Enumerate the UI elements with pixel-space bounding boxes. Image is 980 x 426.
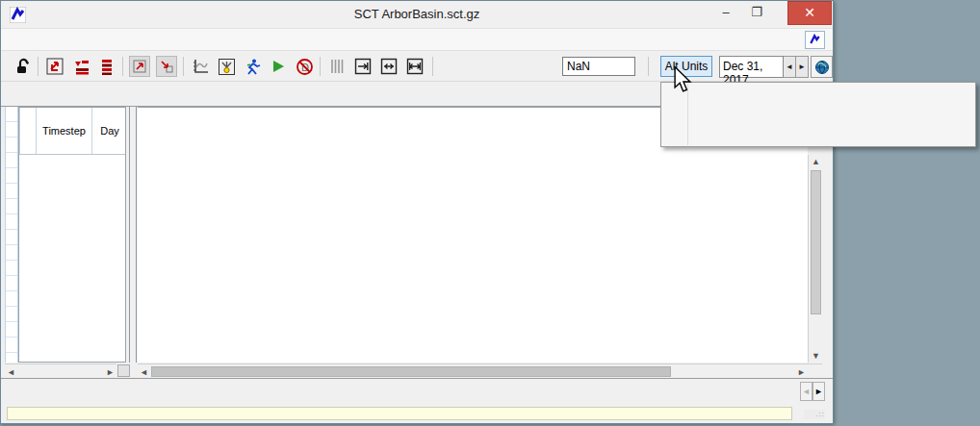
sct-config-button[interactable] (216, 56, 237, 77)
scroll-right-button[interactable]: ► (104, 365, 116, 378)
toolbar-separator (122, 57, 123, 76)
sct-window: SCT ArborBasin.sct.gz – ❐ ✕ (0, 0, 834, 424)
timestep-pane-hscrollbar[interactable]: ◄ ► (5, 363, 116, 378)
toolbar-separator (320, 57, 321, 76)
vertical-scroll-thumb[interactable] (811, 170, 821, 314)
toolbar-separator (38, 57, 39, 76)
expand-icon (132, 59, 147, 74)
aggregation-button[interactable] (70, 56, 91, 77)
status-message-strip (7, 407, 792, 420)
stretch-columns-icon (406, 58, 424, 75)
plot-icon (192, 58, 210, 76)
pane-splitter[interactable] (129, 107, 137, 363)
goto-date-button[interactable] (811, 56, 833, 78)
horizontal-scroll-thumb[interactable] (151, 366, 671, 377)
toolbar: D (1, 51, 833, 82)
mouse-cursor (672, 65, 693, 94)
start-run-icon (271, 59, 286, 74)
day-column-header[interactable]: Day (91, 108, 126, 154)
expand-button[interactable] (129, 56, 150, 77)
object-tabs (5, 378, 802, 405)
toolbar-separator (648, 57, 649, 76)
scrollbar-corner-box[interactable] (117, 364, 130, 377)
scroll-left-button[interactable]: ◄ (138, 365, 150, 378)
aggregation-sort-icon (72, 58, 90, 76)
object-tabbar: ◄ ► (1, 378, 833, 405)
desktop: { "window": { "title": "SCT ArborBasin.s… (0, 0, 980, 426)
window-title: SCT ArborBasin.sct.gz (1, 7, 833, 21)
swap-rows-columns-icon (46, 58, 64, 76)
row-density-button[interactable] (96, 56, 117, 77)
toggle-orientation-button[interactable] (44, 56, 65, 77)
date-control: Dec 31, 2017 ◄ ► (719, 56, 833, 78)
riverware-menubar-button[interactable] (805, 31, 825, 49)
alt-units-menu (660, 82, 976, 147)
pause-run-icon: D (296, 58, 314, 76)
expander-column-header (19, 108, 36, 154)
date-field[interactable]: Dec 31, 2017 (719, 56, 784, 78)
scroll-left-button[interactable]: ◄ (5, 365, 17, 378)
date-next-button[interactable]: ► (796, 56, 809, 78)
resize-grip[interactable]: .:: (804, 410, 825, 419)
timestep-pane: Timestep Day (18, 107, 126, 363)
title-bar[interactable]: SCT ArborBasin.sct.gz – ❐ ✕ (1, 1, 833, 29)
scroll-down-button[interactable]: ▼ (810, 349, 822, 363)
lock-button[interactable] (13, 56, 34, 77)
shrink-button[interactable] (156, 56, 177, 77)
maximize-button[interactable]: ❐ (742, 1, 771, 25)
row-gutter (5, 107, 18, 363)
vertical-scrollbar[interactable]: ▲ ▼ (808, 155, 822, 363)
object-tab-scroll: ◄ ► (800, 382, 825, 401)
sct-config-icon (218, 58, 236, 76)
run-control-icon (244, 58, 262, 76)
timestep-pane-header: Timestep Day (19, 108, 125, 155)
timestep-column-header[interactable]: Timestep (36, 108, 91, 154)
status-bar: .:: (1, 405, 833, 423)
series-slots-table: Timestep Day ▲ ▼ ◄ ► ◄ ► (1, 107, 833, 378)
fit-columns-icon (380, 58, 398, 75)
scroll-up-button[interactable]: ▲ (810, 155, 822, 168)
stretch-columns-button[interactable] (404, 56, 426, 77)
scroll-right-button[interactable]: ► (795, 365, 808, 378)
grid-lines-button[interactable] (326, 56, 348, 77)
start-run-button[interactable] (268, 56, 289, 77)
tab-scroll-left-button[interactable]: ◄ (800, 382, 812, 401)
lock-icon (14, 58, 32, 75)
dense-rows-icon (100, 58, 114, 76)
menu-bar (1, 29, 833, 51)
riverware-logo-icon (809, 34, 821, 46)
toolbar-separator (183, 57, 184, 76)
nan-value-input[interactable] (562, 57, 635, 76)
pause-run-button[interactable]: D (294, 56, 315, 77)
data-pane-hscrollbar[interactable]: ◄ ► (138, 363, 822, 378)
shrink-icon (159, 59, 174, 74)
close-button[interactable]: ✕ (787, 1, 832, 25)
globe-icon (814, 60, 830, 75)
date-prev-button[interactable]: ◄ (784, 56, 796, 78)
fit-column-button[interactable] (352, 56, 374, 77)
fit-column-icon (354, 58, 372, 75)
fit-columns-button[interactable] (378, 56, 400, 77)
tab-scroll-right-button[interactable]: ► (812, 382, 825, 401)
minimize-button[interactable]: – (711, 1, 740, 25)
run-control-button[interactable] (242, 56, 263, 77)
toolbar-separator (432, 57, 433, 76)
plot-button[interactable] (190, 56, 211, 77)
column-lines-icon (329, 58, 345, 75)
